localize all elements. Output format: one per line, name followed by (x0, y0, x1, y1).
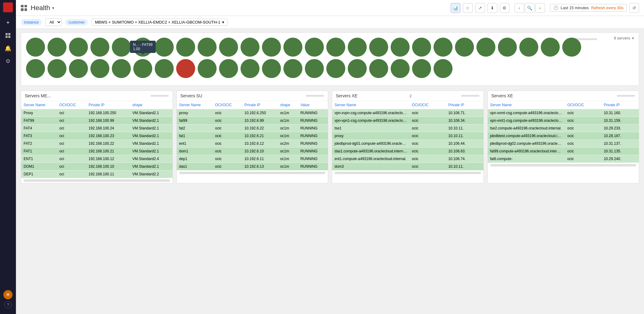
bubble[interactable] (326, 59, 345, 78)
bubble[interactable] (69, 38, 88, 57)
bubble[interactable] (262, 59, 281, 78)
bubble-red[interactable] (176, 59, 195, 78)
bubble[interactable] (176, 38, 195, 57)
sidebar-item-grid[interactable] (2, 30, 13, 41)
chevron-left-icon: ‹ (518, 6, 520, 10)
bubble[interactable] (391, 59, 410, 78)
bubble[interactable] (90, 59, 109, 78)
bubble[interactable] (47, 59, 66, 78)
bubble[interactable] (283, 59, 302, 78)
bubble[interactable] (69, 59, 88, 78)
table-cell: tse2.compute-a493196.oraclecloud.interna… (488, 125, 565, 132)
sidebar-item-plus[interactable]: + (2, 17, 13, 28)
table-cell: RUNNING (298, 163, 328, 170)
star-button[interactable]: ☆ (463, 3, 473, 13)
bubble[interactable] (198, 59, 217, 78)
table-cell: fat99.compute-a493196.oraclecloud.intern… (488, 148, 565, 155)
bubble[interactable] (262, 38, 281, 57)
reload-button[interactable]: ↺ (629, 3, 639, 13)
bubble[interactable] (26, 59, 45, 78)
bubble[interactable] (241, 59, 259, 78)
table-cell: RUNNING (298, 140, 328, 148)
table-bottom-scrollbar[interactable] (335, 172, 481, 174)
bubble[interactable]: N... - FAT991.00 (133, 59, 152, 78)
bubble[interactable] (498, 38, 517, 57)
table-row: Proxyoci192.168.100.250VM.Standard2.1 (21, 109, 172, 117)
bubble[interactable] (326, 38, 345, 57)
servers-chevron-icon[interactable]: ▾ (632, 36, 634, 40)
bubble[interactable] (541, 38, 560, 57)
bubble[interactable] (305, 59, 324, 78)
bubble[interactable] (412, 59, 431, 78)
sidebar-item-help[interactable]: ? (4, 301, 12, 308)
table-cell: 10.31.160. (601, 109, 639, 117)
bubble[interactable] (133, 38, 152, 57)
bubble[interactable] (47, 38, 66, 57)
table-header: Servers ME... (21, 91, 172, 101)
bubble[interactable] (241, 38, 259, 57)
table-header: Servers XE2 (332, 91, 483, 101)
table-cell: 192.168.100.12 (86, 155, 130, 163)
sidebar-item-gear[interactable]: ⚙ (2, 56, 13, 67)
table-bottom-scrollbar[interactable] (24, 179, 170, 182)
bubble[interactable] (348, 59, 367, 78)
bubble[interactable] (155, 38, 174, 57)
table-bottom-scrollbar[interactable] (179, 172, 326, 174)
table-scrollbar[interactable] (617, 95, 635, 97)
table-bottom-scrollbar[interactable] (490, 164, 637, 166)
table-scrollbar[interactable] (461, 95, 479, 97)
bubble[interactable] (219, 59, 238, 78)
bubble[interactable] (412, 38, 431, 57)
bubble[interactable] (219, 38, 238, 57)
table-column-header: shape (278, 101, 298, 109)
bubble[interactable] (90, 38, 109, 57)
bubble[interactable] (455, 38, 474, 57)
chart-button[interactable]: 📊 (451, 3, 460, 13)
table-cell: 10.106.74. (446, 155, 483, 163)
table-row: fat99ocic10.192.6.99oc1mRUNNING (177, 117, 328, 125)
customer-filter[interactable]: MBWS + SUMITOMO + XELLIA-EMDC2 + XELLIA-… (92, 19, 228, 26)
table-cell: 10.192.6.250 (242, 109, 278, 117)
table-cell: dom3 (332, 163, 409, 170)
nav-prev-button[interactable]: ‹ (514, 3, 524, 13)
table-column-header: Server Name (21, 101, 57, 109)
table-cell: fat6.compute- (488, 155, 565, 163)
bubble[interactable] (155, 59, 174, 78)
table-cell: oc1m (278, 132, 298, 140)
bubble[interactable] (369, 59, 388, 78)
table-column-header: shape (130, 101, 172, 109)
page-title: Health ▾ (31, 4, 54, 12)
bubble[interactable] (348, 38, 367, 57)
bubble[interactable] (112, 38, 131, 57)
nav-zoom-button[interactable]: 🔍 (525, 3, 535, 13)
bubble[interactable] (283, 38, 302, 57)
title-chevron-icon[interactable]: ▾ (52, 6, 54, 10)
bubble[interactable] (112, 59, 131, 78)
instance-select[interactable]: All (45, 18, 62, 26)
table-scrollbar[interactable] (306, 95, 324, 97)
bubble[interactable] (434, 59, 453, 78)
table-scrollbar[interactable] (150, 95, 169, 97)
refresh-label[interactable]: Refresh every 30s (591, 6, 624, 10)
bubble[interactable] (562, 38, 581, 57)
share-button[interactable]: ↗ (475, 3, 485, 13)
nav-next-button[interactable]: › (535, 3, 545, 13)
table-cell: ocic (213, 163, 242, 170)
table-column-header: Private IP (601, 101, 639, 109)
sidebar-item-bell[interactable]: 🔔 (2, 43, 13, 54)
table-cell: ENT1 (21, 155, 57, 163)
bubble[interactable] (476, 38, 495, 57)
table-cell: FAT4 (21, 125, 57, 132)
table-cell: FAT3 (21, 132, 57, 140)
settings-button[interactable]: ⚙ (500, 3, 510, 13)
bubble[interactable] (26, 38, 45, 57)
bubble[interactable] (434, 38, 453, 57)
bubble[interactable] (305, 38, 324, 57)
bubble[interactable] (198, 38, 217, 57)
table-cell: oci (57, 148, 86, 155)
bubble[interactable] (369, 38, 388, 57)
download-button[interactable]: ⬇ (487, 3, 497, 13)
table-row: ent1.compute-a493196.oraclecloud.interna… (332, 155, 483, 163)
bubble[interactable] (391, 38, 410, 57)
bubble[interactable] (519, 38, 538, 57)
